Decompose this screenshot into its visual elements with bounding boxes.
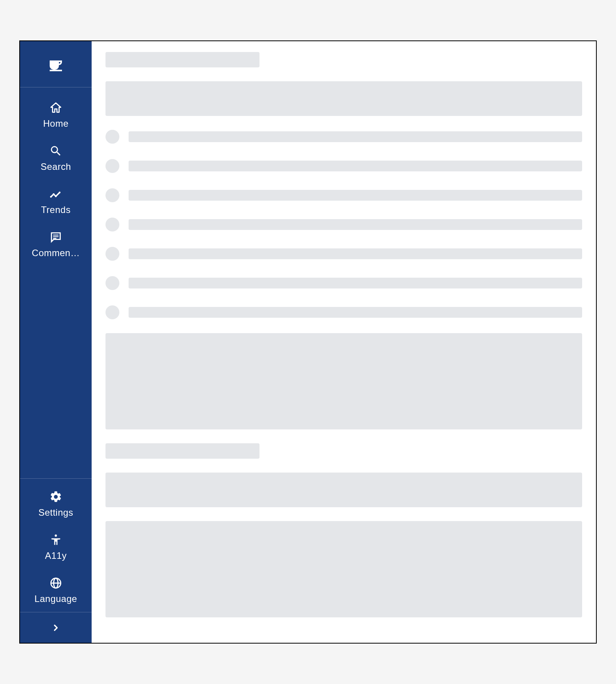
svg-point-3 (59, 191, 61, 193)
skeleton-avatar (105, 276, 119, 290)
skeleton-avatar (105, 130, 119, 144)
skeleton-list-item (105, 276, 582, 290)
skeleton-heading (105, 52, 259, 67)
search-icon (49, 144, 62, 158)
sidebar-item-settings[interactable]: Settings (20, 483, 92, 526)
chevron-right-icon (51, 623, 61, 633)
svg-point-2 (55, 195, 57, 197)
skeleton-line (129, 278, 582, 288)
sidebar-item-trends[interactable]: Trends (20, 180, 92, 223)
app-frame: Home Search Trends Commen… Settings (19, 40, 597, 644)
skeleton-list-item (105, 188, 582, 202)
skeleton-list-item (105, 247, 582, 261)
svg-point-1 (53, 193, 55, 195)
trends-icon (49, 188, 62, 201)
skeleton-avatar (105, 305, 119, 319)
svg-point-7 (55, 535, 57, 537)
sidebar-item-label: Language (35, 593, 77, 604)
sidebar-item-comments[interactable]: Commen… (20, 223, 92, 266)
skeleton-list-item (105, 218, 582, 231)
accessibility-icon (49, 533, 62, 547)
sidebar-expand-button[interactable] (20, 612, 92, 643)
sidebar: Home Search Trends Commen… Settings (20, 41, 92, 643)
sidebar-nav-primary: Home Search Trends Commen… (20, 87, 92, 478)
sidebar-item-home[interactable]: Home (20, 94, 92, 137)
skeleton-line (129, 161, 582, 171)
skeleton-avatar (105, 188, 119, 202)
coffee-icon (47, 55, 65, 74)
comments-icon (49, 231, 62, 244)
app-logo[interactable] (20, 41, 92, 87)
skeleton-block (105, 521, 582, 617)
sidebar-item-label: Commen… (32, 248, 80, 258)
home-icon (49, 101, 62, 114)
skeleton-list-item (105, 305, 582, 319)
sidebar-nav-footer: Settings A11y Language (20, 478, 92, 612)
sidebar-item-label: A11y (45, 550, 67, 561)
skeleton-line (129, 131, 582, 142)
sidebar-item-language[interactable]: Language (20, 569, 92, 612)
sidebar-item-search[interactable]: Search (20, 137, 92, 180)
skeleton-block (105, 473, 582, 507)
skeleton-list (105, 130, 582, 319)
sidebar-item-label: Home (43, 118, 69, 129)
svg-point-0 (50, 196, 52, 198)
sidebar-item-label: Search (40, 161, 71, 172)
sidebar-item-a11y[interactable]: A11y (20, 526, 92, 569)
skeleton-list-item (105, 159, 582, 173)
skeleton-block (105, 333, 582, 429)
skeleton-avatar (105, 218, 119, 231)
skeleton-line (129, 219, 582, 230)
sidebar-item-label: Settings (38, 507, 74, 518)
skeleton-list-item (105, 130, 582, 144)
skeleton-heading (105, 443, 259, 459)
skeleton-line (129, 190, 582, 201)
main-content (92, 41, 596, 643)
skeleton-block (105, 81, 582, 116)
skeleton-avatar (105, 159, 119, 173)
skeleton-line (129, 248, 582, 259)
skeleton-line (129, 307, 582, 318)
sidebar-item-label: Trends (41, 205, 71, 215)
skeleton-avatar (105, 247, 119, 261)
settings-icon (49, 490, 62, 503)
language-icon (49, 577, 62, 590)
